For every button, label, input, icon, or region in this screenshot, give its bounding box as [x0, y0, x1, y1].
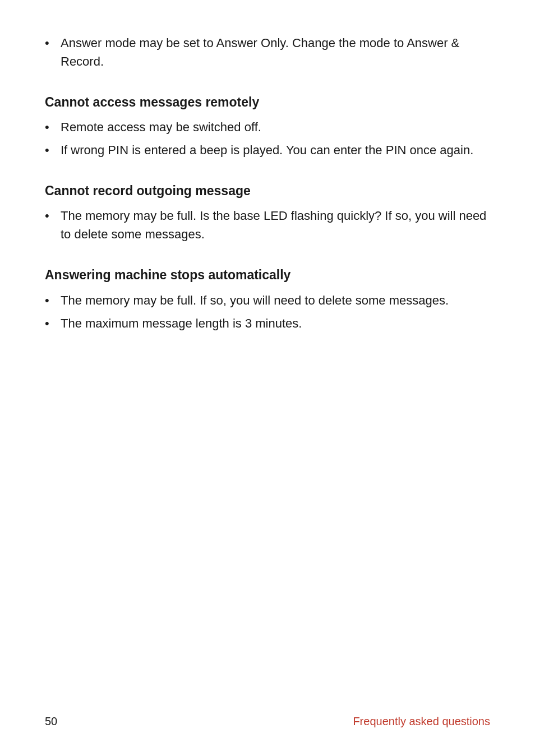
- bullet-item: •The maximum message length is 3 minutes…: [45, 314, 490, 333]
- section-header-cannot-access: Cannot access messages remotely: [45, 93, 490, 111]
- page-footer: 50 Frequently asked questions: [45, 715, 490, 728]
- bullet-dot: •: [45, 118, 61, 136]
- footer-title: Frequently asked questions: [353, 715, 490, 728]
- bullet-dot: •: [45, 291, 61, 310]
- section-header-cannot-record: Cannot record outgoing message: [45, 182, 490, 200]
- intro-bullet-text: Answer mode may be set to Answer Only. C…: [61, 34, 490, 71]
- section-cannot-access: Cannot access messages remotely•Remote a…: [45, 93, 490, 159]
- intro-bullet-item: • Answer mode may be set to Answer Only.…: [45, 34, 490, 71]
- bullet-dot: •: [45, 314, 61, 333]
- section-header-answering-machine: Answering machine stops automatically: [45, 266, 490, 284]
- bullet-item: •The memory may be full. Is the base LED…: [45, 206, 490, 243]
- page: • Answer mode may be set to Answer Only.…: [0, 0, 535, 756]
- bullet-text: Remote access may be switched off.: [61, 118, 490, 136]
- section-answering-machine: Answering machine stops automatically•Th…: [45, 266, 490, 332]
- intro-section: • Answer mode may be set to Answer Only.…: [45, 34, 490, 71]
- bullet-text: The memory may be full. If so, you will …: [61, 291, 490, 310]
- sections-container: Cannot access messages remotely•Remote a…: [45, 93, 490, 333]
- section-cannot-record: Cannot record outgoing message•The memor…: [45, 182, 490, 243]
- bullet-item: •Remote access may be switched off.: [45, 118, 490, 136]
- bullet-item: •If wrong PIN is entered a beep is playe…: [45, 141, 490, 159]
- page-number: 50: [45, 715, 57, 728]
- bullet-text: The memory may be full. Is the base LED …: [61, 206, 490, 243]
- bullet-dot: •: [45, 141, 61, 159]
- bullet-text: The maximum message length is 3 minutes.: [61, 314, 490, 333]
- bullet-text: If wrong PIN is entered a beep is played…: [61, 141, 490, 159]
- bullet-dot: •: [45, 206, 61, 225]
- bullet-dot: •: [45, 34, 61, 52]
- bullet-item: •The memory may be full. If so, you will…: [45, 291, 490, 310]
